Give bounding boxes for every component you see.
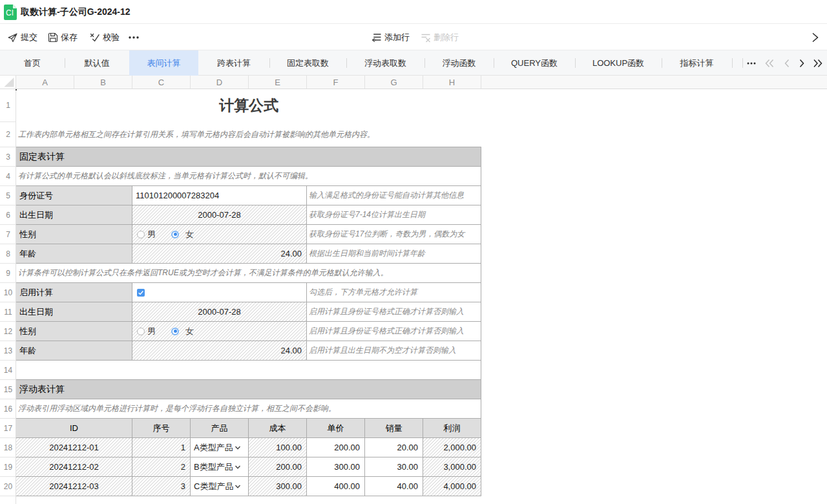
svg-text:CI: CI bbox=[6, 8, 14, 17]
